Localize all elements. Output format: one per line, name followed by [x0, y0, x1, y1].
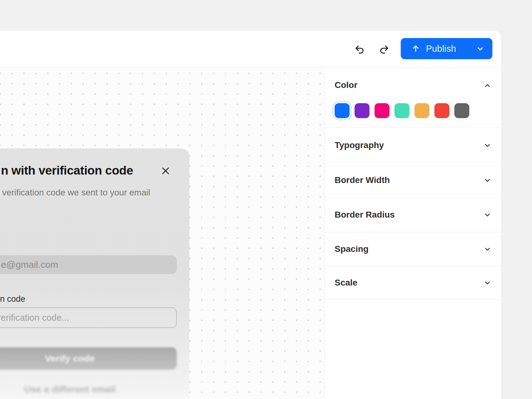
publish-button[interactable]: Publish: [401, 38, 492, 59]
modal-title: n with verification code: [1, 164, 133, 177]
section-spacing-label: Spacing: [335, 244, 369, 254]
chevron-down-icon: [483, 175, 492, 185]
chevron-down-icon[interactable]: [476, 44, 485, 53]
screen: Publish n with verification code verific…: [0, 0, 532, 399]
section-border-width-label: Border Width: [335, 175, 390, 185]
style-panel: Color Typography: [325, 67, 501, 399]
editor-window: Publish n with verification code verific…: [0, 30, 502, 399]
close-icon: [160, 166, 171, 176]
swatch-pink[interactable]: [375, 103, 389, 118]
code-placeholder: verification code...: [0, 313, 69, 323]
swatch-purple[interactable]: [355, 103, 370, 118]
publish-label: Publish: [426, 44, 456, 54]
chevron-up-icon: [483, 81, 492, 90]
arrow-up-icon: [411, 44, 420, 53]
close-button[interactable]: [159, 164, 172, 178]
chevron-down-icon: [483, 210, 492, 219]
section-border-radius[interactable]: Border Radius: [325, 198, 501, 232]
section-scale-label: Scale: [335, 278, 357, 288]
swatch-teal[interactable]: [394, 103, 409, 118]
section-border-radius-label: Border Radius: [335, 210, 395, 220]
swatch-gray[interactable]: [454, 103, 469, 118]
code-field[interactable]: verification code...: [0, 307, 177, 328]
section-scale[interactable]: Scale: [325, 266, 501, 300]
code-field-label: n code: [0, 294, 25, 304]
swatch-orange[interactable]: [414, 103, 429, 118]
modal-subtitle: verification code we sent to your email: [2, 188, 150, 198]
section-typography-label: Typography: [335, 140, 384, 150]
verification-modal[interactable]: n with verification code verification co…: [0, 148, 189, 399]
verify-code-button[interactable]: Verify code: [0, 347, 177, 370]
redo-icon: [379, 44, 389, 55]
section-color-label: Color: [335, 80, 357, 90]
use-different-email-link[interactable]: Use a different email: [0, 384, 177, 395]
design-canvas[interactable]: n with verification code verification co…: [0, 67, 325, 399]
undo-button[interactable]: [354, 44, 365, 55]
content-area: n with verification code verification co…: [0, 67, 501, 399]
color-swatch-row: [335, 103, 469, 118]
swatch-blue[interactable]: [335, 103, 350, 118]
section-spacing[interactable]: Spacing: [325, 232, 501, 266]
chevron-down-icon: [483, 244, 492, 254]
chevron-down-icon: [483, 278, 492, 287]
redo-button[interactable]: [378, 44, 390, 55]
section-color[interactable]: Color: [325, 67, 501, 128]
section-typography[interactable]: Typography: [325, 128, 501, 163]
swatch-red[interactable]: [434, 103, 449, 118]
undo-icon: [354, 44, 365, 55]
email-field[interactable]: e@gmail.com: [0, 255, 177, 274]
toolbar: Publish: [0, 31, 501, 67]
chevron-down-icon: [483, 141, 492, 150]
section-border-width[interactable]: Border Width: [325, 163, 501, 198]
email-value: e@gmail.com: [1, 259, 58, 270]
